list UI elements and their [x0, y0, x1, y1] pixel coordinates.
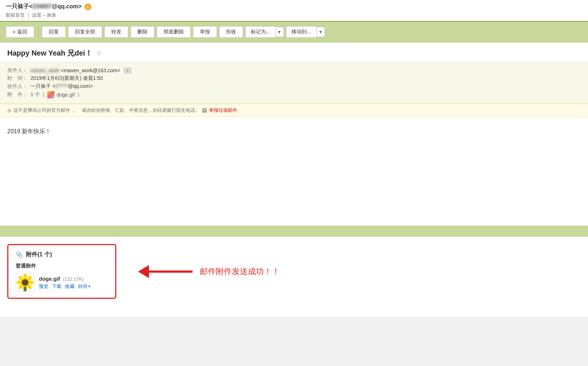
mark-as-button[interactable]: 标记为... [245, 26, 275, 38]
sender-row: 发件人： maven_work <maven_work@163.com> ≡ [7, 67, 581, 74]
attachment-actions: 预览 下载 收藏 转存 ▾ [39, 283, 108, 290]
attachment-item: doge.gif (132.17K) 预览 下载 收藏 转存 ▾ [16, 273, 108, 292]
attachment-thumbnail-small [47, 91, 55, 98]
separator-1 [38, 27, 38, 37]
username-display: 一只袜子<234007@qq.com> [6, 3, 82, 11]
collect-link[interactable]: 收藏 [65, 283, 74, 290]
attachment-type-label: 普通附件 [16, 263, 108, 269]
recipient-value: 一只袜子 <2*****@qq.com> [31, 83, 93, 90]
attachment-filename-meta: doge.gif [57, 92, 75, 98]
svg-point-3 [28, 281, 34, 284]
svg-rect-10 [24, 287, 27, 291]
sunflower-svg [16, 274, 34, 291]
email-subject-text: Happy New Yeah 兄dei！ [7, 48, 92, 58]
email-body: 2019 新年快乐！ [0, 117, 588, 226]
transfer-dropdown-icon: ▾ [88, 284, 90, 288]
red-arrow-annotation [138, 265, 193, 278]
attachment-title: 附件(1 个) [26, 251, 52, 259]
annotation-text: 邮件附件发送成功！！ [200, 266, 280, 277]
sender-label: 发件人： [7, 67, 29, 74]
time-label: 时 间： [7, 75, 29, 82]
star-button[interactable]: ☆ [96, 49, 102, 57]
mark-as-dropdown[interactable]: ▾ [275, 27, 284, 37]
user-info: 一只袜子<234007@qq.com> ⚠ [6, 3, 582, 11]
delete-button[interactable]: 删除 [130, 26, 154, 38]
download-link[interactable]: 下载 [52, 283, 61, 290]
paperclip-icon: 📎 [16, 251, 23, 258]
nav-bar: 邮箱首页 ｜ 设置 – 换肤 [6, 12, 582, 19]
warning-sub: 。 请勿轻信密保、汇款、中奖信息，勿轻易拨打陌生电话。 [72, 107, 200, 114]
reject-button[interactable]: 拒收 [219, 26, 243, 38]
email-header: 一只袜子<234007@qq.com> ⚠ 邮箱首页 ｜ 设置 – 换肤 [0, 0, 588, 21]
warning-text: 这不是腾讯公司的官方邮件 [13, 107, 70, 114]
nav-settings-link[interactable]: 设置 [32, 12, 41, 18]
attachment-thumbnail [16, 273, 35, 292]
attachment-content-row: 📎 附件(1 个) 普通附件 [0, 237, 588, 306]
time-row: 时 间： 2019年1月6日(星期天) 凌晨1:50 [7, 75, 581, 82]
attachment-inline: 1 个（ doge.gif ） [31, 91, 82, 98]
report-button[interactable]: 举报 [193, 26, 217, 38]
attachment-label: 附 件： [7, 92, 29, 98]
mark-as-split: 标记为... ▾ [245, 26, 284, 38]
preview-link[interactable]: 预览 [39, 283, 48, 290]
report-icon: 🖼 [202, 108, 207, 113]
transfer-label: 转存 [78, 283, 88, 290]
attachment-box: 📎 附件(1 个) 普通附件 [7, 244, 116, 299]
reply-button[interactable]: 回复 [42, 26, 66, 38]
move-to-dropdown[interactable]: ▾ [316, 27, 325, 37]
arrow-shaft [149, 271, 193, 273]
sender-name: maven_work <maven_work@163.com> [31, 68, 120, 73]
move-to-button[interactable]: 移动到... [286, 26, 316, 38]
email-container: Happy New Yeah 兄dei！ ☆ 发件人： maven_work <… [0, 42, 588, 226]
attachment-info: doge.gif (132.17K) 预览 下载 收藏 转存 ▾ [39, 276, 108, 290]
email-meta: 发件人： maven_work <maven_work@163.com> ≡ 时… [0, 62, 588, 104]
email-subject-row: Happy New Yeah 兄dei！ ☆ [0, 42, 588, 62]
reply-all-button[interactable]: 回复全部 [68, 26, 102, 38]
nav-home-link[interactable]: 邮箱首页 [6, 12, 25, 18]
recipient-row: 收件人： 一只袜子 <2*****@qq.com> [7, 83, 581, 90]
delete-permanent-button[interactable]: 彻底删除 [157, 26, 191, 38]
svg-point-9 [22, 279, 28, 286]
attachment-filename: doge.gif [39, 276, 60, 282]
attachment-meta-row: 附 件： 1 个（ doge.gif ） [7, 91, 581, 98]
nav-separator: ｜ [26, 12, 32, 18]
report-spam-link[interactable]: 举报垃圾邮件 [209, 107, 237, 114]
sender-card-icon[interactable]: ≡ [124, 68, 131, 73]
svg-point-1 [23, 274, 27, 280]
move-to-split: 移动到... ▾ [286, 26, 325, 38]
attachment-filename-row: doge.gif (132.17K) [39, 276, 108, 282]
attachment-section: 📎 附件(1 个) 普通附件 [0, 237, 588, 317]
divider-bar [0, 226, 588, 237]
email-body-text: 2019 新年快乐！ [7, 128, 51, 134]
back-button[interactable]: « 返回 [6, 26, 34, 38]
arrow-head [138, 265, 149, 278]
svg-point-7 [16, 281, 22, 284]
nav-skin-link[interactable]: 换肤 [47, 12, 56, 18]
nav-dash: – [43, 12, 47, 18]
warning-question-icon: ⊙ [7, 108, 11, 113]
forward-button[interactable]: 转发 [104, 26, 128, 38]
attachment-header: 📎 附件(1 个) [16, 251, 108, 259]
time-value: 2019年1月6日(星期天) 凌晨1:50 [31, 75, 103, 82]
attachment-size: (132.17K) [63, 276, 84, 282]
attachment-close: ） [77, 92, 82, 98]
warning-icon: ⚠ [85, 4, 91, 10]
attachment-count: 1 个（ [31, 92, 45, 98]
recipient-label: 收件人： [7, 83, 29, 90]
warning-bar: ⊙ 这不是腾讯公司的官方邮件 。 请勿轻信密保、汇款、中奖信息，勿轻易拨打陌生电… [0, 104, 588, 117]
transfer-link[interactable]: 转存 ▾ [78, 283, 90, 290]
email-toolbar: « 返回 回复 回复全部 转发 删除 彻底删除 举报 拒收 标记为... ▾ 移… [0, 21, 588, 42]
